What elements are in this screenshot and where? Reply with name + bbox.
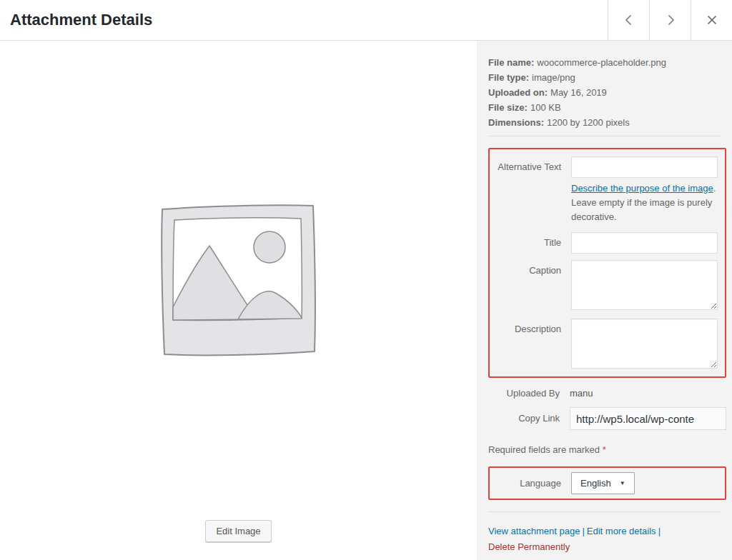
previous-attachment-button[interactable] <box>608 0 649 40</box>
language-selected-value: English <box>580 478 611 489</box>
uploaded-on-value: May 16, 2019 <box>550 87 607 98</box>
chevron-down-icon: ▼ <box>620 481 625 486</box>
copy-link-label: Copy Link <box>488 407 570 430</box>
title-label: Title <box>490 232 571 254</box>
chevron-right-icon <box>664 14 677 26</box>
language-select[interactable]: English ▼ <box>571 472 635 494</box>
description-textarea[interactable] <box>571 319 718 369</box>
alt-text-help: Describe the purpose of the image. Leave… <box>571 181 718 224</box>
file-name-row: File name:woocommerce-placeholder.png <box>488 55 726 70</box>
language-label: Language <box>490 472 571 494</box>
title-input[interactable] <box>571 232 718 254</box>
footer-divider <box>488 511 721 512</box>
close-button[interactable] <box>691 0 732 40</box>
modal-body: Edit Image File name:woocommerce-placeho… <box>0 41 732 560</box>
dimensions-row: Dimensions:1200 by 1200 pixels <box>488 115 726 130</box>
attachment-placeholder-image <box>158 201 319 360</box>
uploaded-on-row: Uploaded on:May 16, 2019 <box>488 85 726 100</box>
file-type-row: File type:image/png <box>488 70 726 85</box>
file-size-row: File size:100 KB <box>488 100 726 115</box>
required-asterisk: * <box>603 444 606 455</box>
edit-image-button[interactable]: Edit Image <box>205 520 271 542</box>
file-size-value: 100 KB <box>530 102 561 113</box>
uploaded-by-value: manu <box>570 388 593 399</box>
chevron-left-icon <box>623 14 635 26</box>
file-size-label: File size: <box>488 102 528 113</box>
alt-text-row: Alternative Text Describe the purpose of… <box>490 156 718 226</box>
dimensions-value: 1200 by 1200 pixels <box>547 117 630 128</box>
title-row: Title <box>490 232 718 254</box>
caption-textarea[interactable] <box>571 260 718 310</box>
modal-header: Attachment Details <box>0 0 732 41</box>
header-nav <box>608 0 732 40</box>
file-details: File name:woocommerce-placeholder.png Fi… <box>488 55 726 130</box>
file-type-value: image/png <box>532 72 575 83</box>
attachment-info-sidebar: File name:woocommerce-placeholder.png Fi… <box>477 41 732 560</box>
close-icon <box>706 14 718 26</box>
image-preview-area <box>0 41 477 520</box>
file-name-value: woocommerce-placeholder.png <box>537 57 666 68</box>
uploaded-by-row: Uploaded By manu <box>488 388 726 399</box>
copy-link-input[interactable] <box>570 407 726 430</box>
attachment-action-links: View attachment page|Edit more details| … <box>488 524 726 555</box>
link-separator: | <box>582 526 584 536</box>
caption-row: Caption <box>490 260 718 312</box>
alt-text-label: Alternative Text <box>490 156 571 226</box>
details-divider <box>488 136 721 136</box>
preview-pane: Edit Image <box>0 41 477 560</box>
attachment-details-modal: Attachment Details <box>0 0 732 560</box>
edit-image-row: Edit Image <box>0 520 477 560</box>
language-row: Language English ▼ <box>490 472 718 494</box>
alt-text-help-link[interactable]: Describe the purpose of the image <box>571 183 713 194</box>
alt-text-input[interactable] <box>571 156 718 178</box>
settings-annotation-box: Alternative Text Describe the purpose of… <box>488 148 726 378</box>
link-separator: | <box>658 526 661 536</box>
view-attachment-page-link[interactable]: View attachment page <box>488 526 580 536</box>
description-label: Description <box>490 319 571 371</box>
caption-label: Caption <box>490 260 571 312</box>
description-row: Description <box>490 319 718 371</box>
uploaded-by-label: Uploaded By <box>488 388 570 399</box>
next-attachment-button[interactable] <box>649 0 691 40</box>
required-note-text: Required fields are marked <box>488 444 603 455</box>
page-title: Attachment Details <box>0 0 608 40</box>
language-annotation-box: Language English ▼ <box>488 466 726 500</box>
copy-link-row: Copy Link <box>488 407 726 430</box>
required-fields-note: Required fields are marked * <box>488 444 726 455</box>
delete-permanently-link[interactable]: Delete Permanently <box>488 541 570 552</box>
dimensions-label: Dimensions: <box>488 117 544 128</box>
file-name-label: File name: <box>488 57 534 68</box>
uploaded-on-label: Uploaded on: <box>488 87 548 98</box>
file-type-label: File type: <box>488 72 529 83</box>
edit-more-details-link[interactable]: Edit more details <box>587 526 656 536</box>
